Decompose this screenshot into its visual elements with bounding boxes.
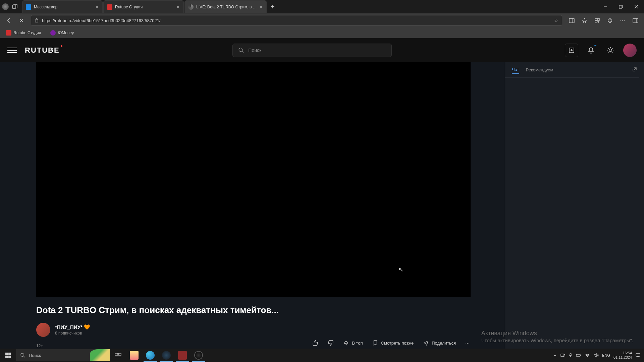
address-bar[interactable]: https://rutube.ru/video/f6be1517bed3b02f… [31,15,562,26]
clock-date: 01.11.2024 [613,355,632,360]
favorites-icon[interactable] [578,14,590,26]
yoomoney-icon [50,30,56,36]
reload-button[interactable] [15,14,28,26]
tab-messenger[interactable]: Мессенджер ✕ [22,0,103,13]
extensions-icon[interactable] [604,14,616,26]
svg-rect-30 [8,353,11,355]
channel-subs: 8 подписчиков [55,331,90,336]
collections-icon[interactable] [591,14,603,26]
action-label: Смотреть позже [381,341,414,346]
share-button[interactable]: Поделиться [423,340,456,346]
svg-rect-13 [633,18,638,23]
tray-chevron-icon[interactable] [553,353,557,357]
search-icon [20,353,25,358]
toolbar-right: ⋯ [566,14,641,26]
obs-icon [194,351,203,360]
taskbar-steam[interactable] [158,349,174,362]
user-avatar[interactable] [623,44,637,57]
channel-name[interactable]: *ПИУ_ПИУ* 🧡 [55,324,90,330]
tray-meet-now-icon[interactable] [560,353,565,358]
action-label: В топ [352,341,363,346]
content: ↖ Dota 2 TURBO Стрим, в поисках адекватн… [0,62,644,349]
svg-line-28 [612,48,613,49]
action-label: Поделиться [432,341,456,346]
close-icon[interactable]: ✕ [259,4,263,10]
url-text: https://rutube.ru/video/f6be1517bed3b02f… [42,18,554,23]
svg-line-16 [242,51,244,53]
menu-icon[interactable]: ⋯ [616,14,629,26]
like-button[interactable] [312,340,318,346]
tray-battery-icon[interactable] [576,353,581,357]
taskbar-edge[interactable] [142,349,158,362]
channel-avatar[interactable] [36,323,50,337]
svg-rect-38 [561,354,564,357]
top-button[interactable]: В топ [343,340,363,346]
browser-titlebar: Мессенджер ✕ Rutube Студия ✕ LIVE: Dota … [0,0,644,13]
bookmark-yoomoney[interactable]: ЮMoney [48,29,76,37]
svg-rect-32 [8,356,11,358]
rutube-icon [6,30,11,36]
taskbar: Поиск ENG 16:54 01.11.2024 [0,349,644,362]
side-panel: Чат Рекомендуем [505,62,644,349]
svg-rect-29 [5,353,8,355]
maximize-button[interactable] [613,0,629,13]
video-player[interactable]: ↖ [36,62,471,297]
search-input[interactable] [248,48,386,53]
more-button[interactable]: ⋯ [465,341,470,346]
tray-wifi-icon[interactable] [585,353,590,357]
system-tray: ENG 16:54 01.11.2024 [553,351,644,360]
edge-icon [146,351,155,360]
svg-rect-42 [636,354,640,356]
taskbar-search[interactable]: Поиск [16,349,110,361]
sidebar-toggle-icon[interactable] [629,14,641,26]
notifications-button[interactable] [584,44,598,57]
scrollbar[interactable] [639,63,644,341]
window-controls [598,0,644,13]
dislike-button[interactable] [328,340,334,346]
lock-icon[interactable] [35,18,39,23]
popout-icon[interactable] [632,67,637,73]
minimize-button[interactable] [598,0,613,13]
new-tab-button[interactable]: + [267,3,278,11]
svg-rect-10 [595,18,597,20]
back-button[interactable] [3,14,15,26]
explorer-icon [130,351,139,360]
svg-line-27 [608,52,609,53]
search-illustration [90,349,110,361]
tray-mic-icon[interactable] [569,353,573,358]
close-icon[interactable]: ✕ [95,4,99,10]
upload-button[interactable] [565,44,578,57]
taskbar-explorer[interactable] [126,349,142,362]
tray-clock[interactable]: 16:54 01.11.2024 [613,351,632,360]
tab-rutube-studio[interactable]: Rutube Студия ✕ [103,0,184,13]
tab-title: Мессенджер [34,5,93,9]
watch-later-button[interactable]: Смотреть позже [372,340,414,346]
bookmark-rutube-studio[interactable]: Rutube Студия [4,29,43,37]
favorite-icon[interactable]: ☆ [554,18,558,23]
taskbar-obs[interactable] [191,349,207,362]
theme-toggle[interactable] [604,44,617,57]
split-screen-icon[interactable] [566,14,578,26]
task-view-button[interactable] [110,349,126,362]
search-placeholder: Поиск [29,353,41,358]
close-icon[interactable]: ✕ [176,4,180,10]
tab-recommend[interactable]: Рекомендуем [526,66,553,74]
taskbar-dota[interactable] [174,349,191,362]
rutube-logo[interactable]: RUTUBE [25,46,60,55]
close-window-button[interactable] [629,0,644,13]
svg-rect-36 [118,353,121,355]
tab-rutube-live[interactable]: LIVE: Dota 2 TURBO Стрим, в по ✕ [184,0,267,13]
tab-title: LIVE: Dota 2 TURBO Стрим, в по [196,5,257,9]
tab-title: Rutube Студия [115,5,174,9]
search-box[interactable] [232,44,392,57]
tab-overview-icon[interactable] [11,3,18,10]
notif-badge [594,45,596,46]
tray-lang[interactable]: ENG [602,353,610,357]
start-button[interactable] [0,349,16,362]
menu-button[interactable] [7,46,17,55]
browser-profile-icon[interactable] [2,3,9,10]
tab-chat[interactable]: Чат [512,66,519,74]
tray-notifications-icon[interactable] [635,353,641,358]
tray-volume-icon[interactable] [593,353,599,358]
svg-line-26 [612,52,613,53]
